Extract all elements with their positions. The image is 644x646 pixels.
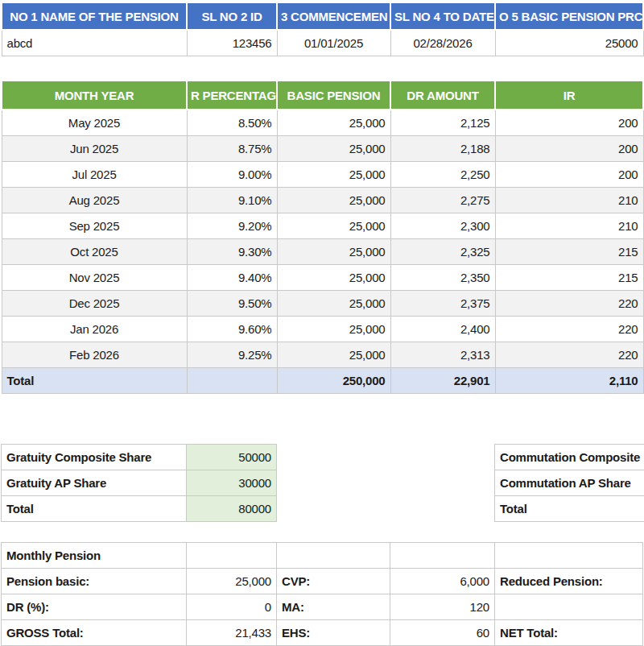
- dr-ir-cell: 200: [495, 136, 643, 162]
- pension-summary-cell: [390, 543, 495, 569]
- pensioner-name-cell: abcd: [2, 30, 187, 56]
- dr-basic-cell: 25,000: [277, 110, 390, 136]
- dr-month-cell: May 2025: [2, 110, 187, 136]
- dr-basic-cell: 25,000: [277, 188, 390, 213]
- pensioner-id-cell: 123456: [187, 30, 277, 56]
- gratuity-label: Gratuity AP Share: [2, 470, 187, 496]
- ma-value: 120: [390, 594, 495, 620]
- dr-month-cell: Jan 2026: [2, 317, 187, 342]
- dr-basic-cell: 25,000: [277, 291, 390, 317]
- dr-month-cell: Jun 2025: [2, 136, 187, 162]
- pensioner-col-header-commencement: 3 COMMENCEMEN: [277, 2, 390, 30]
- dr-percentage-cell: 9.40%: [187, 265, 277, 291]
- gratuity-table: Gratuity Composite Share 50000 Gratuity …: [1, 444, 277, 522]
- dr-basic-cell: 25,000: [277, 342, 390, 368]
- gratuity-row: Gratuity AP Share 30000: [2, 470, 277, 496]
- dr-basic-cell: 25,000: [277, 239, 390, 265]
- pensioner-col-header-basic-pension: O 5 BASIC PENSION PRC: [495, 2, 643, 30]
- dr-basic-cell: 25,000: [277, 265, 390, 291]
- gratuity-total-value: 80000: [187, 496, 277, 522]
- dr-amount-cell: 2,250: [390, 162, 495, 188]
- dr-amount-cell: 2,125: [390, 110, 495, 136]
- monthly-pension-table: Monthly Pension Pension basic: 25,000 CV…: [1, 542, 643, 646]
- commutation-total-row: Total: [495, 496, 644, 522]
- dr-row: Jun 2025 8.75% 25,000 2,188 200: [2, 136, 643, 162]
- commutation-row: Commutation Composite: [495, 445, 644, 470]
- cvp-label: CVP:: [277, 569, 390, 594]
- dr-col-header-basic-pension: BASIC PENSION: [277, 81, 390, 110]
- dr-total-row: Total 250,000 22,901 2,110: [2, 368, 643, 394]
- dr-row: Jan 2026 9.60% 25,000 2,400 220: [2, 317, 643, 342]
- pensioner-col-header-to-date: SL NO 4 TO DATE: [390, 2, 495, 30]
- dr-row: May 2025 8.50% 25,000 2,125 200: [2, 110, 643, 136]
- dr-col-header-dr-amount: DR AMOUNT: [390, 81, 495, 110]
- pension-summary-row: DR (%): 0 MA: 120: [2, 594, 643, 620]
- dr-row: Sep 2025 9.20% 25,000 2,300 210: [2, 213, 643, 239]
- gross-total-value: 21,433: [187, 620, 277, 646]
- pension-summary-row: GROSS Total: 21,433 EHS: 60 NET Total:: [2, 620, 643, 646]
- net-total-label: NET Total:: [495, 620, 643, 646]
- dr-ir-cell: 215: [495, 265, 643, 291]
- pension-summary-row: Monthly Pension: [2, 543, 643, 569]
- dr-header-row: MONTH YEAR R PERCENTAG BASIC PENSION DR …: [2, 81, 643, 110]
- gratuity-row: Gratuity Composite Share 50000: [2, 445, 277, 470]
- dr-total-basic: 250,000: [277, 368, 390, 394]
- dr-basic-cell: 25,000: [277, 162, 390, 188]
- pensioner-table: NO 1 NAME OF THE PENSION SL NO 2 ID 3 CO…: [1, 2, 644, 56]
- gratuity-label: Gratuity Composite Share: [2, 445, 187, 470]
- dr-amount-cell: 2,313: [390, 342, 495, 368]
- pensioner-header-row: NO 1 NAME OF THE PENSION SL NO 2 ID 3 CO…: [2, 2, 643, 30]
- dr-basic-cell: 25,000: [277, 136, 390, 162]
- pension-basic-value: 25,000: [187, 569, 277, 594]
- pension-summary-cell: [277, 543, 390, 569]
- dr-percentage-cell: 9.60%: [187, 317, 277, 342]
- gratuity-value: 50000: [187, 445, 277, 470]
- dr-row: Jul 2025 9.00% 25,000 2,250 200: [2, 162, 643, 188]
- pensioner-data-row: abcd 123456 01/01/2025 02/28/2026 25000: [2, 30, 643, 56]
- dr-amount-cell: 2,375: [390, 291, 495, 317]
- pensioner-basic-pension-cell: 25000: [495, 30, 643, 56]
- dr-month-cell: Sep 2025: [2, 213, 187, 239]
- dr-percentage-cell: 9.50%: [187, 291, 277, 317]
- dr-ir-cell: 200: [495, 110, 643, 136]
- ehs-label: EHS:: [277, 620, 390, 646]
- pension-summary-cell: [495, 543, 643, 569]
- dr-total-ir: 2,110: [495, 368, 643, 394]
- commutation-total-label: Total: [495, 496, 644, 522]
- dr-month-cell: Feb 2026: [2, 342, 187, 368]
- dr-ir-cell: 220: [495, 291, 643, 317]
- pension-sheet: NO 1 NAME OF THE PENSION SL NO 2 ID 3 CO…: [0, 0, 644, 646]
- ma-label: MA:: [277, 594, 390, 620]
- dr-amount-cell: 2,275: [390, 188, 495, 213]
- dr-col-header-dr-percentage: R PERCENTAG: [187, 81, 277, 110]
- dr-amount-cell: 2,188: [390, 136, 495, 162]
- pension-summary-row: Pension basic: 25,000 CVP: 6,000 Reduced…: [2, 569, 643, 594]
- dr-ir-cell: 200: [495, 162, 643, 188]
- dr-percentage-cell: 9.30%: [187, 239, 277, 265]
- dr-percentage-cell: 9.25%: [187, 342, 277, 368]
- dr-percent-value: 0: [187, 594, 277, 620]
- dr-col-header-month-year: MONTH YEAR: [2, 81, 187, 110]
- dr-percent-label: DR (%):: [2, 594, 187, 620]
- monthly-pension-title: Monthly Pension: [2, 543, 187, 569]
- pensioner-to-date-cell: 02/28/2026: [390, 30, 495, 56]
- dr-row: Feb 2026 9.25% 25,000 2,313 220: [2, 342, 643, 368]
- dr-amount-cell: 2,325: [390, 239, 495, 265]
- dr-total-amount: 22,901: [390, 368, 495, 394]
- dr-ir-cell: 220: [495, 317, 643, 342]
- commutation-label: Commutation AP Share: [495, 470, 644, 496]
- commutation-table: Commutation Composite Commutation AP Sha…: [494, 444, 644, 522]
- dr-basic-cell: 25,000: [277, 213, 390, 239]
- pension-summary-cell: [495, 594, 643, 620]
- dr-percentage-cell: 9.10%: [187, 188, 277, 213]
- dr-month-table: MONTH YEAR R PERCENTAG BASIC PENSION DR …: [1, 80, 644, 394]
- pension-basic-label: Pension basic:: [2, 569, 187, 594]
- pension-summary-cell: [187, 543, 277, 569]
- dr-row: Nov 2025 9.40% 25,000 2,350 215: [2, 265, 643, 291]
- dr-percentage-cell: 9.20%: [187, 213, 277, 239]
- gratuity-total-row: Total 80000: [2, 496, 277, 522]
- dr-amount-cell: 2,400: [390, 317, 495, 342]
- gratuity-value: 30000: [187, 470, 277, 496]
- dr-ir-cell: 215: [495, 239, 643, 265]
- dr-amount-cell: 2,300: [390, 213, 495, 239]
